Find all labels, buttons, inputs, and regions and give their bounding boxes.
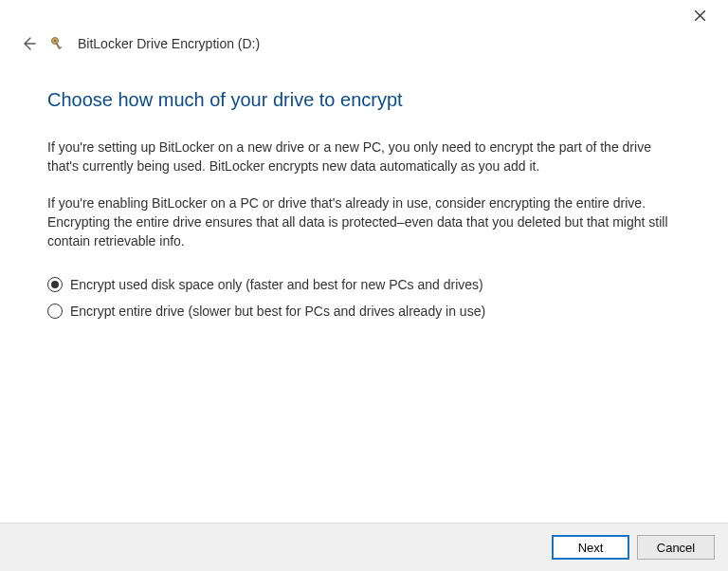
- back-arrow-icon: [21, 36, 36, 51]
- encryption-options: Encrypt used disk space only (faster and…: [47, 277, 681, 319]
- radio-indicator-icon: [47, 304, 63, 319]
- content-area: Choose how much of your drive to encrypt…: [0, 61, 728, 523]
- next-button[interactable]: Next: [552, 535, 629, 560]
- footer: Next Cancel: [0, 523, 728, 571]
- svg-point-3: [54, 40, 56, 42]
- radio-label: Encrypt used disk space only (faster and…: [70, 277, 483, 292]
- close-button[interactable]: [681, 1, 719, 29]
- header: BitLocker Drive Encryption (D:): [0, 30, 728, 61]
- radio-encrypt-entire-drive[interactable]: Encrypt entire drive (slower but best fo…: [47, 304, 681, 319]
- bitlocker-icon: [49, 35, 66, 52]
- radio-encrypt-used-only[interactable]: Encrypt used disk space only (faster and…: [47, 277, 681, 292]
- back-button[interactable]: [19, 34, 38, 53]
- window-title: BitLocker Drive Encryption (D:): [78, 36, 260, 51]
- description-paragraph-2: If you're enabling BitLocker on a PC or …: [47, 193, 681, 251]
- titlebar: [0, 0, 728, 30]
- description-paragraph-1: If you're setting up BitLocker on a new …: [47, 138, 681, 176]
- radio-label: Encrypt entire drive (slower but best fo…: [70, 304, 485, 319]
- close-icon: [695, 10, 705, 21]
- cancel-button[interactable]: Cancel: [637, 535, 715, 560]
- radio-indicator-icon: [47, 277, 63, 292]
- page-heading: Choose how much of your drive to encrypt: [47, 89, 681, 111]
